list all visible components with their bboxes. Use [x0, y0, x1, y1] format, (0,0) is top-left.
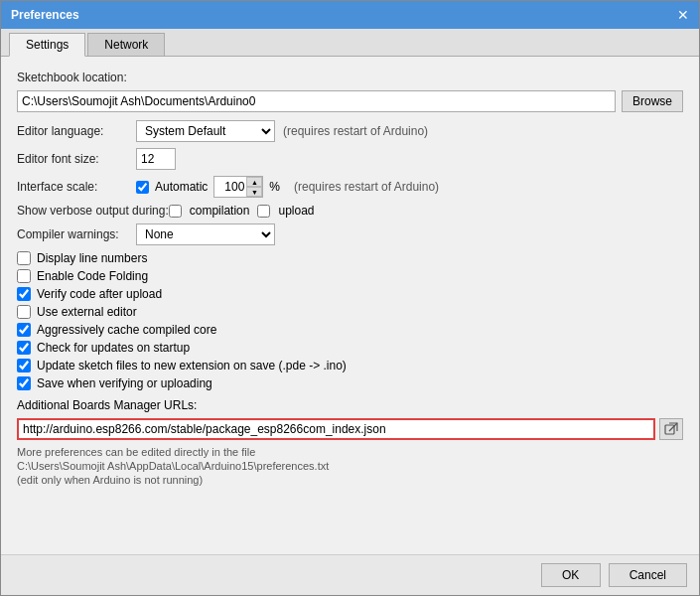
compiler-warnings-label: Compiler warnings:: [17, 227, 136, 241]
interface-scale-note: (requires restart of Arduino): [294, 180, 439, 194]
editor-language-note: (requires restart of Arduino): [283, 124, 428, 138]
additional-boards-open-button[interactable]: [659, 418, 683, 440]
verbose-upload-label: upload: [278, 204, 314, 218]
check-updates-label: Check for updates on startup: [37, 341, 190, 355]
compiler-warnings-row: Compiler warnings: None: [17, 224, 683, 245]
sketchbook-input[interactable]: [17, 90, 616, 112]
more-prefs-section: More preferences can be edited directly …: [17, 446, 683, 486]
window-title: Preferences: [11, 8, 79, 22]
percent-sign: %: [269, 180, 280, 194]
additional-boards-url-row: [17, 418, 683, 440]
enable-code-folding-checkbox[interactable]: [17, 269, 31, 283]
verify-code-checkbox[interactable]: [17, 287, 31, 301]
spinner-down[interactable]: ▼: [246, 187, 262, 197]
tab-bar: Settings Network: [1, 29, 699, 57]
spinner-up[interactable]: ▲: [246, 177, 262, 187]
verbose-controls: compilation upload: [169, 204, 315, 218]
aggressive-cache-row: Aggressively cache compiled core: [17, 323, 683, 337]
editor-language-label: Editor language:: [17, 124, 136, 138]
save-verifying-row: Save when verifying or uploading: [17, 376, 683, 390]
additional-boards-label-row: Additional Boards Manager URLs:: [17, 398, 683, 412]
additional-boards-label: Additional Boards Manager URLs:: [17, 398, 197, 412]
save-verifying-label: Save when verifying or uploading: [37, 376, 212, 390]
interface-scale-auto-checkbox[interactable]: [136, 181, 149, 194]
external-editor-label: Use external editor: [37, 305, 137, 319]
scale-percent-input[interactable]: [214, 177, 246, 197]
display-line-numbers-label: Display line numbers: [37, 251, 147, 265]
editor-font-label: Editor font size:: [17, 152, 136, 166]
interface-scale-label: Interface scale:: [17, 180, 136, 194]
sketchbook-row: Sketchbook location:: [17, 71, 683, 84]
more-prefs-line1: More preferences can be edited directly …: [17, 446, 683, 458]
verbose-upload-checkbox[interactable]: [257, 205, 270, 218]
sketchbook-label: Sketchbook location:: [17, 71, 136, 84]
external-editor-checkbox[interactable]: [17, 305, 31, 319]
tab-network[interactable]: Network: [87, 33, 165, 56]
spinner-buttons: ▲ ▼: [246, 177, 262, 197]
aggressive-cache-label: Aggressively cache compiled core: [37, 323, 216, 337]
verbose-compilation-label: compilation: [190, 204, 250, 218]
scale-spinner: ▲ ▼: [213, 176, 263, 198]
settings-content: Sketchbook location: Browse Editor langu…: [1, 57, 699, 554]
verbose-row: Show verbose output during: compilation …: [17, 204, 683, 218]
editor-language-row: Editor language: System Default (require…: [17, 120, 683, 142]
ok-button[interactable]: OK: [541, 563, 601, 587]
scale-controls: Automatic ▲ ▼ % (requires restart of Ard…: [136, 176, 439, 198]
footer: OK Cancel: [1, 554, 699, 595]
tab-settings[interactable]: Settings: [9, 33, 85, 57]
verbose-label: Show verbose output during:: [17, 204, 169, 218]
check-updates-row: Check for updates on startup: [17, 341, 683, 355]
enable-code-folding-label: Enable Code Folding: [37, 269, 148, 283]
preferences-window: Preferences ✕ Settings Network Sketchboo…: [0, 0, 700, 596]
verbose-compilation-checkbox[interactable]: [169, 205, 182, 218]
interface-scale-row: Interface scale: Automatic ▲ ▼ % (requir…: [17, 176, 683, 198]
cancel-button[interactable]: Cancel: [609, 563, 687, 587]
compiler-warnings-select[interactable]: None: [136, 224, 275, 245]
display-line-numbers-checkbox[interactable]: [17, 251, 31, 265]
update-sketch-row: Update sketch files to new extension on …: [17, 359, 683, 372]
interface-scale-auto-label: Automatic: [155, 180, 208, 194]
aggressive-cache-checkbox[interactable]: [17, 323, 31, 337]
title-bar: Preferences ✕: [1, 1, 699, 29]
external-editor-row: Use external editor: [17, 305, 683, 319]
more-prefs-line2: C:\Users\Soumojit Ash\AppData\Local\Ardu…: [17, 460, 683, 472]
additional-boards-input[interactable]: [17, 418, 655, 440]
editor-font-row: Editor font size:: [17, 148, 683, 170]
svg-rect-0: [665, 425, 674, 434]
verify-code-label: Verify code after upload: [37, 287, 162, 301]
update-sketch-checkbox[interactable]: [17, 359, 31, 372]
more-prefs-line3: (edit only when Arduino is not running): [17, 474, 683, 486]
enable-code-folding-row: Enable Code Folding: [17, 269, 683, 283]
browse-button[interactable]: Browse: [622, 90, 683, 112]
verify-code-row: Verify code after upload: [17, 287, 683, 301]
editor-font-input[interactable]: [136, 148, 176, 170]
display-line-numbers-row: Display line numbers: [17, 251, 683, 265]
sketchbook-input-row: Browse: [17, 90, 683, 112]
save-verifying-checkbox[interactable]: [17, 376, 31, 390]
editor-language-select[interactable]: System Default: [136, 120, 275, 142]
check-updates-checkbox[interactable]: [17, 341, 31, 355]
close-button[interactable]: ✕: [677, 7, 689, 23]
update-sketch-label: Update sketch files to new extension on …: [37, 359, 347, 372]
